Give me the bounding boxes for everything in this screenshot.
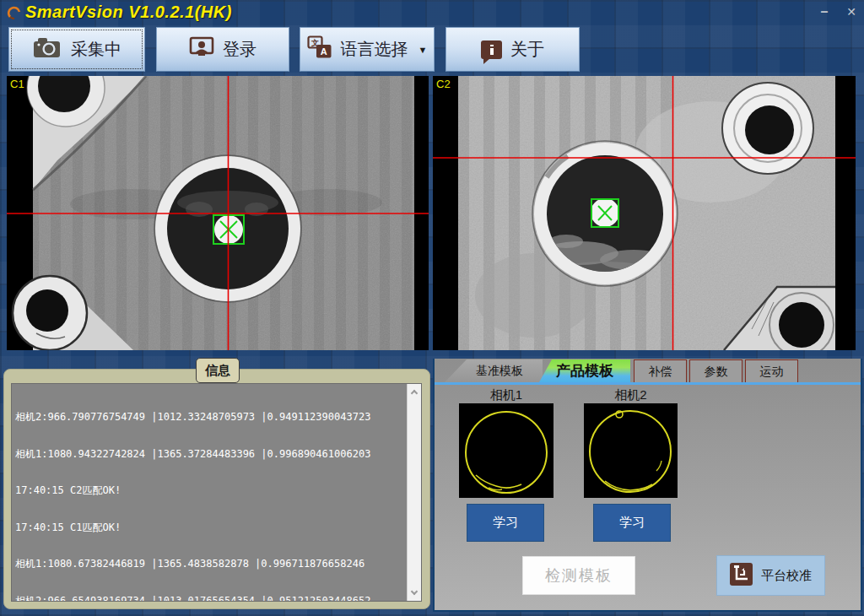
log-output[interactable]: 相机2:966.790776754749 |1012.33248705973 |… bbox=[11, 383, 422, 602]
camera1-label: C1 bbox=[10, 78, 24, 90]
capture-button-label: 采集中 bbox=[71, 38, 122, 61]
svg-text:A: A bbox=[320, 46, 327, 57]
camera2-image bbox=[433, 76, 856, 350]
login-button-label: 登录 bbox=[223, 38, 256, 61]
log-line: 17:40:15 C1匹配OK! bbox=[15, 521, 419, 534]
title-bar: SmartVsion V1.0.2.1(HK) – ✕ bbox=[0, 0, 864, 25]
tab-motion[interactable]: 运动 bbox=[745, 359, 798, 382]
language-icon: 文 A bbox=[307, 35, 332, 63]
learn-button-camera2[interactable]: 学习 bbox=[593, 504, 671, 542]
template-preview-camera2 bbox=[584, 403, 678, 498]
info-panel: 相机2:966.790776754749 |1012.33248705973 |… bbox=[3, 369, 430, 609]
minimize-button[interactable]: – bbox=[815, 4, 834, 19]
app-window: SmartVsion V1.0.2.1(HK) – ✕ 采集中 登录 bbox=[0, 0, 864, 616]
login-button[interactable]: 登录 bbox=[156, 27, 289, 72]
tab-compensation[interactable]: 补偿 bbox=[634, 359, 687, 382]
info-panel-title: 信息 bbox=[196, 358, 240, 383]
detect-template-button[interactable]: 检测模板 bbox=[522, 556, 635, 595]
tab-underline bbox=[435, 382, 861, 385]
log-line: 相机2:966.790776754749 |1012.33248705973 |… bbox=[15, 411, 419, 424]
tab-bar: 基准模板 产品模板 补偿 参数 运动 bbox=[435, 359, 861, 382]
camera1-image bbox=[7, 76, 429, 350]
calibrate-button-label: 平台校准 bbox=[761, 568, 812, 584]
app-logo-icon bbox=[7, 4, 22, 24]
learn-button-camera1[interactable]: 学习 bbox=[467, 504, 544, 542]
close-button[interactable]: ✕ bbox=[842, 4, 861, 19]
login-icon bbox=[189, 36, 214, 62]
template-panel: 基准模板 产品模板 补偿 参数 运动 相机1 相机2 bbox=[433, 359, 862, 612]
camera-icon bbox=[32, 35, 62, 63]
scroll-up-icon[interactable] bbox=[411, 389, 418, 396]
camera2-label: C2 bbox=[436, 78, 451, 90]
platform-calibrate-button[interactable]: 平台校准 bbox=[716, 555, 825, 596]
template-camera1-label: 相机1 bbox=[459, 387, 554, 403]
camera-view-2: C2 bbox=[433, 76, 856, 350]
capture-button[interactable]: 采集中 bbox=[8, 27, 145, 72]
log-scrollbar[interactable] bbox=[407, 384, 421, 601]
calibrate-icon bbox=[730, 563, 753, 588]
tab-parameters[interactable]: 参数 bbox=[689, 359, 742, 382]
tab-base-template[interactable]: 基准模板 bbox=[445, 359, 543, 382]
about-button-label: 关于 bbox=[510, 38, 544, 61]
log-line: 17:40:15 C2匹配OK! bbox=[15, 484, 419, 497]
language-button-label: 语言选择 bbox=[341, 38, 408, 61]
language-select-button[interactable]: 文 A 语言选择 ▼ bbox=[300, 27, 435, 72]
camera-view-1: C1 bbox=[7, 76, 429, 350]
about-icon bbox=[481, 41, 502, 59]
log-line: 相机1:1080.94322742824 |1365.37284483396 |… bbox=[15, 448, 419, 461]
chevron-down-icon[interactable]: ▼ bbox=[418, 45, 428, 55]
tab-product-template[interactable]: 产品模板 bbox=[539, 359, 630, 382]
log-line: 相机2:966.654938169734 |1013.01765654354 |… bbox=[15, 595, 419, 602]
scroll-down-icon[interactable] bbox=[411, 589, 418, 596]
log-line: 相机1:1080.67382446819 |1365.4838582878 |0… bbox=[15, 558, 419, 570]
template-preview-camera1 bbox=[459, 403, 554, 498]
template-camera2-label: 相机2 bbox=[584, 387, 678, 403]
about-button[interactable]: 关于 bbox=[446, 27, 580, 72]
window-title: SmartVsion V1.0.2.1(HK) bbox=[25, 3, 232, 22]
